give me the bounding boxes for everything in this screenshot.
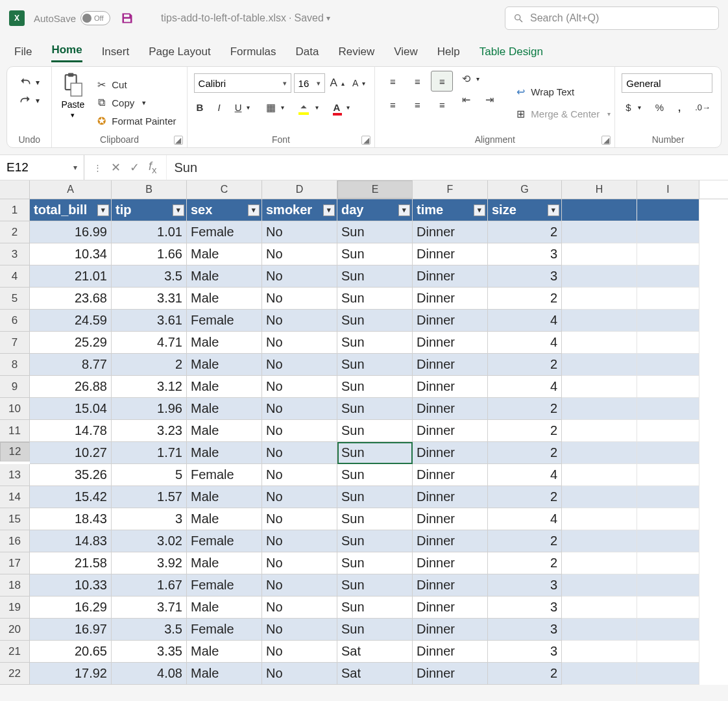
cell-13-F[interactable]: Dinner [413, 464, 488, 486]
cell-5-A[interactable]: 23.68 [30, 288, 112, 310]
cell-7-B[interactable]: 4.71 [112, 332, 187, 354]
bold-button[interactable]: B [194, 101, 206, 114]
cell-12-I[interactable] [637, 442, 699, 464]
cell-2-C[interactable]: Female [187, 221, 262, 243]
cell-18-I[interactable] [637, 574, 699, 596]
cell-6-I[interactable] [637, 310, 699, 332]
cell-18-C[interactable]: Female [187, 574, 262, 596]
increase-font-button[interactable]: A▴ [328, 75, 347, 91]
cell-15-H[interactable] [562, 508, 637, 530]
column-header-H[interactable]: H [562, 180, 637, 199]
cell-8-I[interactable] [637, 354, 699, 376]
cell-17-C[interactable]: Male [187, 552, 262, 574]
cell-21-B[interactable]: 3.35 [112, 641, 187, 663]
cell-11-A[interactable]: 14.78 [30, 420, 112, 442]
cell-9-E[interactable]: Sun [337, 376, 413, 398]
row-header-2[interactable]: 2 [0, 221, 30, 243]
cell-16-F[interactable]: Dinner [413, 530, 488, 552]
cell-14-B[interactable]: 1.57 [112, 486, 187, 508]
cell-6-B[interactable]: 3.61 [112, 310, 187, 332]
cell-17-E[interactable]: Sun [337, 552, 413, 574]
cell-6-H[interactable] [562, 310, 637, 332]
cell-10-A[interactable]: 15.04 [30, 398, 112, 420]
cell-17-A[interactable]: 21.58 [30, 552, 112, 574]
cell-21-E[interactable]: Sat [337, 641, 413, 663]
cell-9-G[interactable]: 4 [488, 376, 562, 398]
cell-19-E[interactable]: Sun [337, 596, 413, 619]
cell-15-D[interactable]: No [262, 508, 337, 530]
cell-6-G[interactable]: 4 [488, 310, 562, 332]
cell-11-G[interactable]: 2 [488, 420, 562, 442]
cell-9-F[interactable]: Dinner [413, 376, 488, 398]
tab-file[interactable]: File [14, 45, 32, 62]
cell-9-A[interactable]: 26.88 [30, 376, 112, 398]
cell-6-A[interactable]: 24.59 [30, 310, 112, 332]
cell-18-D[interactable]: No [262, 574, 337, 596]
align-middle-button[interactable]: ≡ [406, 71, 428, 92]
cell-14-C[interactable]: Male [187, 486, 262, 508]
cell-20-D[interactable]: No [262, 619, 337, 641]
cell-11-D[interactable]: No [262, 420, 337, 442]
cell-20-A[interactable]: 16.97 [30, 619, 112, 641]
dropdown-icon[interactable]: ⋮ [93, 163, 102, 173]
align-right-button[interactable]: ≡ [431, 94, 453, 115]
cell-7-D[interactable]: No [262, 332, 337, 354]
paste-button[interactable]: Paste ▾ [58, 71, 87, 134]
merge-center-button[interactable]: ⊞Merge & Center▾ [511, 106, 613, 121]
row-header-22[interactable]: 22 [0, 663, 30, 685]
fx-icon[interactable]: fx [149, 160, 157, 175]
cell-5-I[interactable] [637, 288, 699, 310]
tab-help[interactable]: Help [437, 45, 460, 62]
cell-16-G[interactable]: 2 [488, 530, 562, 552]
redo-button[interactable]: ▾ [16, 93, 42, 108]
cell-3-I[interactable] [637, 243, 699, 265]
filename[interactable]: tips-add-to-left-of-table.xlsx · Saved ▾ [161, 12, 330, 24]
cell-22-D[interactable]: No [262, 663, 337, 685]
cell-2-G[interactable]: 2 [488, 221, 562, 243]
cell-22-F[interactable]: Dinner [413, 663, 488, 685]
number-format-select[interactable]: General [622, 73, 712, 93]
cell-12-G[interactable]: 2 [488, 442, 562, 464]
cell-22-G[interactable]: 2 [488, 663, 562, 685]
cell-7-G[interactable]: 4 [488, 332, 562, 354]
cell-6-E[interactable]: Sun [337, 310, 413, 332]
cell-20-E[interactable]: Sun [337, 619, 413, 641]
cell-20-I[interactable] [637, 619, 699, 641]
cell-21-C[interactable]: Male [187, 641, 262, 663]
cell-16-E[interactable]: Sun [337, 530, 413, 552]
row-header-9[interactable]: 9 [0, 376, 30, 398]
tab-view[interactable]: View [394, 45, 418, 62]
cell-16-I[interactable] [637, 530, 699, 552]
cell-7-A[interactable]: 25.29 [30, 332, 112, 354]
cell-5-C[interactable]: Male [187, 288, 262, 310]
cell-17-D[interactable]: No [262, 552, 337, 574]
tab-data[interactable]: Data [296, 45, 319, 62]
cell-18-A[interactable]: 10.33 [30, 574, 112, 596]
cell-20-G[interactable]: 3 [488, 619, 562, 641]
cell-8-F[interactable]: Dinner [413, 354, 488, 376]
cell-13-D[interactable]: No [262, 464, 337, 486]
filter-dropdown-tip[interactable]: ▾ [173, 204, 184, 216]
filter-dropdown-size[interactable]: ▾ [548, 204, 559, 216]
toggle-switch[interactable]: Off [80, 11, 110, 25]
cell-22-H[interactable] [562, 663, 637, 685]
header-cell-size[interactable]: size▾ [488, 199, 562, 221]
cell-17-B[interactable]: 3.92 [112, 552, 187, 574]
cell-3-B[interactable]: 1.66 [112, 243, 187, 265]
cell-15-I[interactable] [637, 508, 699, 530]
currency-button[interactable]: $▾ [623, 101, 643, 114]
cell-3-E[interactable]: Sun [337, 243, 413, 265]
align-center-button[interactable]: ≡ [406, 94, 428, 115]
cell-3-F[interactable]: Dinner [413, 243, 488, 265]
cell-18-F[interactable]: Dinner [413, 574, 488, 596]
cell-16-B[interactable]: 3.02 [112, 530, 187, 552]
cell-16-D[interactable]: No [262, 530, 337, 552]
row-header-14[interactable]: 14 [0, 486, 30, 508]
cell-12-H[interactable] [562, 442, 637, 464]
row-header-18[interactable]: 18 [0, 574, 30, 596]
cell-19-C[interactable]: Male [187, 596, 262, 619]
cell-16-H[interactable] [562, 530, 637, 552]
column-header-C[interactable]: C [187, 180, 262, 199]
cell-3-C[interactable]: Male [187, 243, 262, 265]
cell-9-H[interactable] [562, 376, 637, 398]
